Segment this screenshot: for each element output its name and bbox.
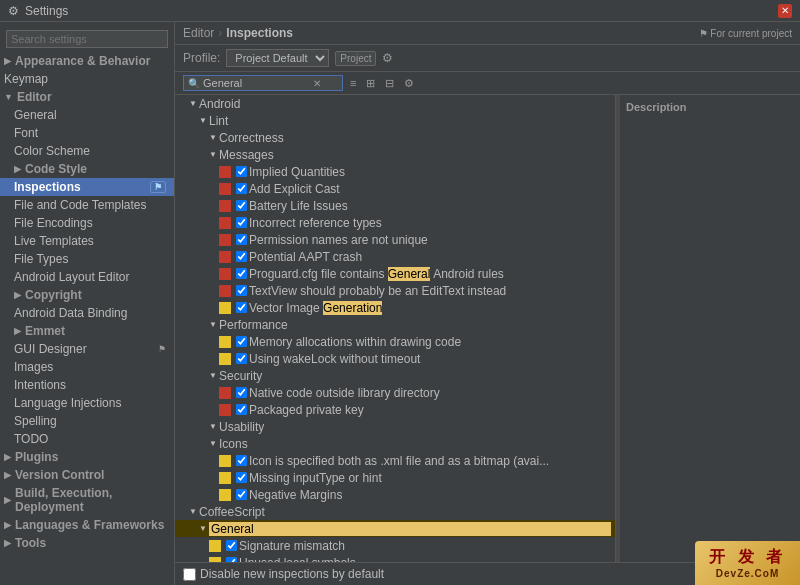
- sidebar-item-file-code-templates[interactable]: File and Code Templates: [0, 196, 174, 214]
- group-messages[interactable]: ▼ Messages: [175, 146, 615, 163]
- sidebar-item-images[interactable]: Images: [0, 358, 174, 376]
- group-security[interactable]: ▼ Security: [175, 367, 615, 384]
- sidebar-item-editor[interactable]: ▼ Editor: [0, 88, 174, 106]
- project-tag: Project: [335, 51, 376, 66]
- item-checkbox[interactable]: [236, 404, 247, 415]
- tree-item-implied-quantities[interactable]: Implied Quantities: [175, 163, 615, 180]
- severity-icon: [219, 234, 231, 246]
- sidebar-item-todo[interactable]: TODO: [0, 430, 174, 448]
- group-lint[interactable]: ▼ Lint: [175, 112, 615, 129]
- sidebar-item-tools[interactable]: ▶ Tools: [0, 534, 174, 552]
- sidebar-item-emmet[interactable]: ▶ Emmet: [0, 322, 174, 340]
- tree-item-private-key[interactable]: Packaged private key: [175, 401, 615, 418]
- tree-item-missing-input[interactable]: Missing inputType or hint: [175, 469, 615, 486]
- sidebar-item-inspections[interactable]: Inspections ⚑: [0, 178, 174, 196]
- sidebar-item-android-layout-editor[interactable]: Android Layout Editor: [0, 268, 174, 286]
- group-performance[interactable]: ▼ Performance: [175, 316, 615, 333]
- group-android[interactable]: ▼ Android: [175, 95, 615, 112]
- group-coffeescript-general[interactable]: ▼ General: [175, 520, 615, 537]
- tree-item-potential-aapt[interactable]: Potential AAPT crash: [175, 248, 615, 265]
- item-checkbox[interactable]: [236, 387, 247, 398]
- description-panel: Description: [620, 95, 800, 562]
- item-checkbox[interactable]: [226, 540, 237, 551]
- group-usability[interactable]: ▼ Usability: [175, 418, 615, 435]
- tree-item-wakelock[interactable]: Using wakeLock without timeout: [175, 350, 615, 367]
- severity-icon: [219, 251, 231, 263]
- filter-button[interactable]: ≡: [347, 76, 359, 90]
- group-coffeescript[interactable]: ▼ CoffeeScript: [175, 503, 615, 520]
- item-checkbox[interactable]: [236, 353, 247, 364]
- tree-item-vector-image[interactable]: Vector Image Generation: [175, 299, 615, 316]
- item-checkbox[interactable]: [236, 489, 247, 500]
- sidebar-item-language-injections[interactable]: Language Injections: [0, 394, 174, 412]
- sidebar-item-keymap[interactable]: Keymap: [0, 70, 174, 88]
- profile-dropdown[interactable]: Project Default Default: [226, 49, 329, 67]
- severity-icon: [209, 557, 221, 563]
- arrow-icon: ▼: [209, 150, 219, 159]
- inspections-badge: ⚑: [150, 181, 166, 193]
- disable-new-inspections-row: Disable new inspections by default: [183, 567, 384, 581]
- item-checkbox[interactable]: [236, 251, 247, 262]
- sidebar-item-live-templates[interactable]: Live Templates: [0, 232, 174, 250]
- arrow-icon: ▶: [14, 326, 21, 336]
- sidebar-item-spelling[interactable]: Spelling: [0, 412, 174, 430]
- tree-item-add-explicit-cast[interactable]: Add Explicit Cast: [175, 180, 615, 197]
- severity-icon: [219, 472, 231, 484]
- tree-item-icon-xml[interactable]: Icon is specified both as .xml file and …: [175, 452, 615, 469]
- tree-item-incorrect-reference[interactable]: Incorrect reference types: [175, 214, 615, 231]
- tree-item-unused-local[interactable]: Unused local symbols: [175, 554, 615, 562]
- tree-item-battery-life[interactable]: Battery Life Issues: [175, 197, 615, 214]
- severity-icon: [219, 455, 231, 467]
- sidebar-item-android-data-binding[interactable]: Android Data Binding: [0, 304, 174, 322]
- sidebar-item-languages[interactable]: ▶ Languages & Frameworks: [0, 516, 174, 534]
- clear-search-icon[interactable]: ✕: [313, 78, 321, 89]
- sidebar-item-color-scheme[interactable]: Color Scheme: [0, 142, 174, 160]
- sidebar-item-code-style[interactable]: ▶ Code Style: [0, 160, 174, 178]
- tree-item-memory-alloc[interactable]: Memory allocations within drawing code: [175, 333, 615, 350]
- arrow-icon: ▶: [14, 290, 21, 300]
- profile-gear-icon[interactable]: ⚙: [382, 51, 393, 65]
- item-checkbox[interactable]: [236, 166, 247, 177]
- item-checkbox[interactable]: [236, 183, 247, 194]
- collapse-all-button[interactable]: ⊟: [382, 76, 397, 91]
- close-button[interactable]: ✕: [778, 4, 792, 18]
- sidebar-search-input[interactable]: [6, 30, 168, 48]
- tree-item-permission-names[interactable]: Permission names are not unique: [175, 231, 615, 248]
- item-checkbox[interactable]: [236, 217, 247, 228]
- item-checkbox[interactable]: [236, 472, 247, 483]
- item-checkbox[interactable]: [226, 557, 237, 562]
- sidebar-item-file-encodings[interactable]: File Encodings: [0, 214, 174, 232]
- watermark: 开 发 者 DevZe.CoM: [695, 541, 800, 585]
- group-correctness[interactable]: ▼ Correctness: [175, 129, 615, 146]
- sidebar-item-file-types[interactable]: File Types: [0, 250, 174, 268]
- expand-all-button[interactable]: ⊞: [363, 76, 378, 91]
- item-checkbox[interactable]: [236, 336, 247, 347]
- tree-item-proguard[interactable]: Proguard.cfg file contains General Andro…: [175, 265, 615, 282]
- sidebar-item-appearance[interactable]: ▶ Appearance & Behavior: [0, 52, 174, 70]
- profile-row: Profile: Project Default Default Project…: [175, 45, 800, 72]
- tree-item-textview[interactable]: TextView should probably be an EditText …: [175, 282, 615, 299]
- inspection-search-input[interactable]: [203, 77, 313, 89]
- group-icons[interactable]: ▼ Icons: [175, 435, 615, 452]
- sidebar-item-build-execution[interactable]: ▶ Build, Execution, Deployment: [0, 484, 174, 516]
- breadcrumb: Editor › Inspections ⚑ For current proje…: [175, 22, 800, 45]
- sidebar-item-version-control[interactable]: ▶ Version Control: [0, 466, 174, 484]
- disable-new-inspections-checkbox[interactable]: [183, 568, 196, 581]
- tree-item-negative-margins[interactable]: Negative Margins: [175, 486, 615, 503]
- sidebar-item-intentions[interactable]: Intentions: [0, 376, 174, 394]
- item-checkbox[interactable]: [236, 285, 247, 296]
- tree-item-native-code[interactable]: Native code outside library directory: [175, 384, 615, 401]
- sidebar-item-plugins[interactable]: ▶ Plugins: [0, 448, 174, 466]
- sidebar-item-copyright[interactable]: ▶ Copyright: [0, 286, 174, 304]
- sidebar-item-font[interactable]: Font: [0, 124, 174, 142]
- sidebar-item-gui-designer[interactable]: GUI Designer ⚑: [0, 340, 174, 358]
- tree-item-signature-mismatch[interactable]: Signature mismatch: [175, 537, 615, 554]
- item-checkbox[interactable]: [236, 455, 247, 466]
- item-checkbox[interactable]: [236, 302, 247, 313]
- content-area: Editor › Inspections ⚑ For current proje…: [175, 22, 800, 585]
- item-checkbox[interactable]: [236, 234, 247, 245]
- item-checkbox[interactable]: [236, 200, 247, 211]
- settings-button[interactable]: ⚙: [401, 76, 417, 91]
- sidebar-item-general[interactable]: General: [0, 106, 174, 124]
- item-checkbox[interactable]: [236, 268, 247, 279]
